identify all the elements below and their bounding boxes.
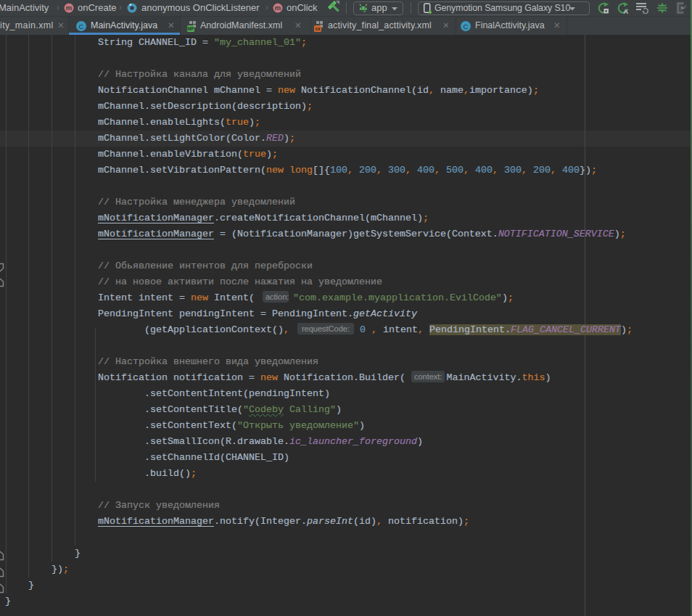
svg-text:m: m — [66, 4, 72, 12]
svg-text:C: C — [464, 22, 469, 30]
svg-text:MF: MF — [187, 26, 194, 31]
svg-text:m: m — [275, 4, 281, 12]
svg-text:cx: cx — [315, 26, 321, 31]
svg-text:A: A — [623, 7, 628, 15]
svg-text:C: C — [79, 22, 84, 30]
